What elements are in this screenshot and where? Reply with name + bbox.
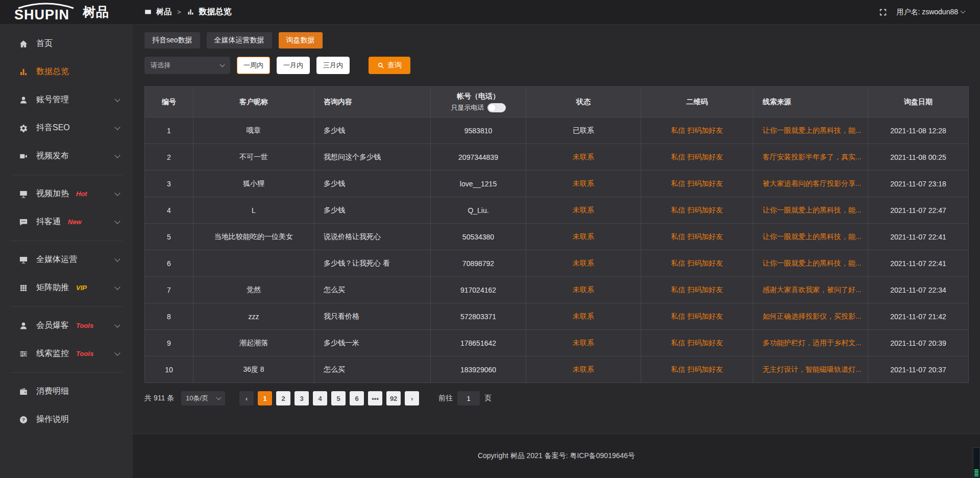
row-id: 2: [145, 144, 193, 171]
row-nickname: 觉然: [247, 285, 261, 294]
next-page-button[interactable]: ›: [405, 391, 419, 405]
row-content: 多少钱: [314, 117, 431, 144]
col-header-qrcode: 二维码: [641, 87, 753, 117]
row-date: 2021-11-07 22:41: [868, 224, 969, 250]
row-source-link[interactable]: 被大家追着问的客厅投影分享...: [763, 179, 862, 187]
row-source-link[interactable]: 让你一眼就爱上的黑科技，能...: [763, 206, 862, 214]
footer: Copyright 树品 2021 备案号: 粤ICP备09019646号: [133, 434, 980, 478]
pagination-total: 共 911 条: [144, 394, 174, 403]
row-nickname: 潮起潮落: [193, 330, 314, 356]
row-qrcode-links: 私信 扫码加好友: [641, 197, 753, 224]
table-row: 6多少钱？让我死心 看70898792未联系私信 扫码加好友让你一眼就爱上的黑科…: [145, 250, 969, 277]
row-qrcode-links[interactable]: 私信 扫码加好友: [671, 312, 723, 320]
row-id: 8: [167, 313, 171, 321]
row-qrcode-links[interactable]: 私信 扫码加好友: [671, 365, 723, 373]
row-source-link[interactable]: 让你一眼就爱上的黑科技，能...: [763, 126, 862, 134]
person-icon: [18, 321, 29, 330]
tab-douyin-seo-data[interactable]: 抖音seo数据: [144, 32, 200, 49]
home-icon: [18, 39, 29, 49]
chevron-down-icon: [114, 190, 120, 196]
row-qrcode-links[interactable]: 私信 扫码加好友: [671, 153, 723, 161]
row-source-link[interactable]: 如何正确选择投影仪，买投影...: [763, 312, 862, 320]
sidebar-item-display[interactable]: 全媒体运营: [0, 246, 133, 274]
chevron-down-icon: [114, 218, 120, 224]
period-quarter-button[interactable]: 三月内: [316, 57, 350, 74]
page-button-4[interactable]: 4: [313, 391, 327, 405]
account-header-title: 帐号（电话）: [457, 92, 500, 101]
filter-select[interactable]: 请选择: [144, 57, 230, 74]
sidebar-item-chat[interactable]: 抖客通New: [0, 208, 133, 236]
page-size-select[interactable]: 10条/页: [181, 391, 225, 405]
sidebar-item-home[interactable]: 首页: [0, 30, 133, 58]
sidebar-item-sliders[interactable]: 线索监控Tools: [0, 340, 133, 368]
page-button-6[interactable]: 6: [350, 391, 364, 405]
stats-bar: [974, 475, 978, 476]
user-menu[interactable]: 用户名: zswodun88: [896, 8, 965, 17]
sidebar-item-label: 首页: [36, 38, 53, 49]
wallet-icon: [18, 387, 29, 396]
row-qrcode-links[interactable]: 私信 扫码加好友: [671, 259, 723, 267]
chevron-down-icon: [216, 395, 222, 400]
row-source-link: 被大家追着问的客厅投影分享...: [753, 171, 868, 197]
sidebar-item-help[interactable]: ?操作说明: [0, 405, 133, 434]
row-qrcode-links[interactable]: 私信 扫码加好友: [671, 126, 723, 134]
fullscreen-icon[interactable]: [879, 8, 887, 16]
row-date: 2021-11-07 22:34: [868, 277, 969, 303]
stats-bar: [974, 469, 978, 470]
row-qrcode-links: 私信 扫码加好友: [641, 171, 753, 197]
row-qrcode-links: 私信 扫码加好友: [641, 277, 753, 303]
row-source-link[interactable]: 无主灯设计，智能磁吸轨道灯...: [763, 365, 862, 373]
page-button-3[interactable]: 3: [295, 391, 309, 405]
row-nickname: L: [252, 206, 256, 214]
row-account: 70898792: [462, 259, 494, 268]
period-month-button[interactable]: 一月内: [277, 57, 310, 74]
sidebar-item-video[interactable]: 视频发布: [0, 142, 133, 170]
row-status: 未联系: [573, 285, 594, 294]
table-row: 1036度 8怎么买183929060未联系私信 扫码加好友无主灯设计，智能磁吸…: [145, 356, 969, 383]
row-source-link: 让你一眼就爱上的黑科技，能...: [753, 117, 868, 144]
user-icon: [18, 95, 29, 105]
row-source-link[interactable]: 让你一眼就爱上的黑科技，能...: [763, 259, 862, 267]
row-source-link[interactable]: 多功能护栏灯，适用于乡村文...: [763, 339, 862, 347]
row-qrcode-links[interactable]: 私信 扫码加好友: [671, 232, 723, 241]
goto-page-input[interactable]: [457, 391, 480, 405]
row-content: 我只看价格: [324, 312, 359, 320]
row-date: 2021-11-07 20:39: [890, 339, 946, 347]
sidebar-item-grid[interactable]: 矩阵助推VIP: [0, 274, 133, 302]
row-id: 6: [167, 259, 171, 268]
row-source-link[interactable]: 让你一眼就爱上的黑科技，能...: [763, 232, 862, 241]
row-content: 多少钱？让我死心 看: [314, 250, 431, 277]
prev-page-button[interactable]: ‹: [239, 391, 254, 405]
row-status: 未联系: [526, 303, 641, 330]
row-qrcode-links[interactable]: 私信 扫码加好友: [671, 206, 723, 214]
row-source-link[interactable]: 客厅安装投影半年多了，真实...: [763, 153, 862, 161]
sidebar-item-gear[interactable]: 抖音SEO: [0, 114, 133, 142]
sidebar-item-bar-chart[interactable]: 数据总览: [0, 58, 133, 86]
row-qrcode-links[interactable]: 私信 扫码加好友: [671, 179, 723, 187]
table-row: 8zzz我只看价格572803371未联系私信 扫码加好友如何正确选择投影仪，买…: [145, 303, 969, 330]
period-week-button[interactable]: 一周内: [237, 57, 270, 74]
page-button-92[interactable]: 92: [386, 391, 401, 405]
sidebar-item-user[interactable]: 账号管理: [0, 86, 133, 114]
breadcrumb-home[interactable]: 树品: [156, 7, 172, 17]
row-qrcode-links[interactable]: 私信 扫码加好友: [671, 339, 723, 347]
sidebar-item-monitor[interactable]: 视频加热Hot: [0, 180, 133, 208]
page-ellipsis-button[interactable]: •••: [368, 391, 382, 405]
row-source-link[interactable]: 感谢大家喜欢我家，被问了好...: [763, 285, 862, 294]
stats-bar: [974, 472, 978, 473]
page-button-2[interactable]: 2: [276, 391, 290, 405]
row-content: 多少钱: [324, 206, 345, 214]
row-nickname: 狐小狸: [243, 179, 264, 187]
row-qrcode-links[interactable]: 私信 扫码加好友: [671, 285, 723, 294]
sidebar-item-wallet[interactable]: 消费明细: [0, 377, 133, 405]
page-button-1[interactable]: 1: [258, 391, 272, 405]
sidebar-item-label: 视频加热: [36, 188, 69, 199]
tab-inquiry-data[interactable]: 询盘数据: [279, 32, 323, 49]
sidebar-item-person[interactable]: 会员爆客Tools: [0, 312, 133, 340]
col-header-content: 咨询内容: [314, 87, 431, 117]
row-date: 2021-11-07 21:42: [868, 303, 969, 330]
page-button-5[interactable]: 5: [331, 391, 346, 405]
tab-omnimedia-data[interactable]: 全媒体运营数据: [207, 32, 272, 49]
query-button[interactable]: 查询: [369, 57, 410, 74]
phone-only-toggle[interactable]: [487, 103, 506, 112]
